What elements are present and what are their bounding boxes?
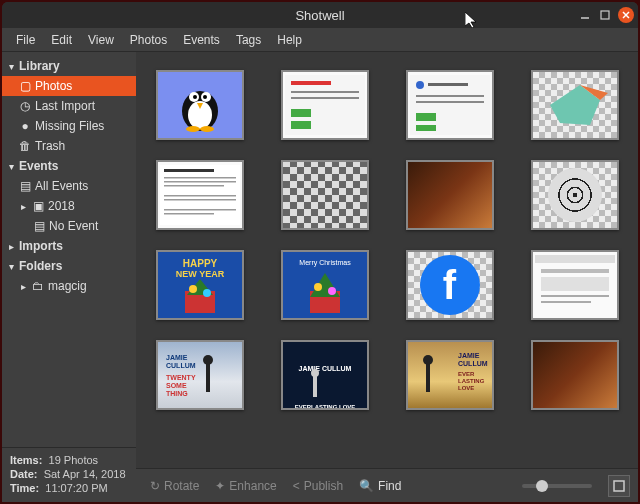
svg-rect-53 — [541, 301, 591, 303]
tree-photos[interactable]: ▢Photos — [2, 76, 136, 96]
tree-no-event[interactable]: ▤No Event — [2, 216, 136, 236]
rotate-button[interactable]: ↻Rotate — [144, 476, 205, 496]
menu-view[interactable]: View — [80, 30, 122, 50]
search-icon: 🔍 — [359, 479, 374, 493]
svg-point-63 — [311, 369, 319, 377]
close-button[interactable] — [618, 7, 634, 23]
thumbnail[interactable] — [531, 250, 619, 320]
thumbnail[interactable]: Merry Christmas — [281, 250, 369, 320]
tree-all-events[interactable]: ▤All Events — [2, 176, 136, 196]
enhance-button[interactable]: ✦Enhance — [209, 476, 282, 496]
svg-rect-62 — [313, 375, 317, 397]
thumbnail[interactable] — [156, 70, 244, 140]
menu-tags[interactable]: Tags — [228, 30, 269, 50]
svg-rect-32 — [164, 185, 224, 187]
chevron-down-icon: ▾ — [6, 61, 16, 72]
menu-file[interactable]: File — [8, 30, 43, 50]
svg-rect-30 — [164, 177, 236, 179]
chevron-right-icon: ▸ — [6, 241, 16, 252]
thumbnail[interactable]: JAMIECULLUMEVERLASTINGLOVE — [406, 340, 494, 410]
tree-trash[interactable]: 🗑Trash — [2, 136, 136, 156]
menu-edit[interactable]: Edit — [43, 30, 80, 50]
svg-point-9 — [203, 95, 207, 99]
svg-rect-15 — [291, 91, 359, 93]
thumbnail[interactable] — [531, 160, 619, 230]
thumbnail[interactable] — [281, 70, 369, 140]
photos-icon: ▢ — [18, 79, 32, 93]
window-title: Shotwell — [2, 8, 638, 23]
svg-text:CULLUM: CULLUM — [166, 362, 196, 369]
minimize-button[interactable] — [578, 8, 592, 22]
svg-text:NEW YEAR: NEW YEAR — [175, 269, 224, 279]
folder-icon: 🗀 — [31, 279, 45, 293]
time-label: Time: — [10, 482, 39, 494]
svg-text:LASTING: LASTING — [458, 378, 485, 384]
thumbnail[interactable]: JAMIECULLUMTWENTYSOMETHING — [156, 340, 244, 410]
tree-library[interactable]: ▾Library — [2, 56, 136, 76]
publish-button[interactable]: <Publish — [287, 476, 349, 496]
svg-rect-59 — [206, 362, 210, 392]
calendar-icon: ▤ — [18, 179, 32, 193]
titlebar: Shotwell — [2, 2, 638, 28]
chevron-down-icon: ▾ — [6, 261, 16, 272]
items-label: Items: — [10, 454, 42, 466]
svg-rect-29 — [164, 169, 214, 172]
thumbnail[interactable] — [531, 70, 619, 140]
menubar: File Edit View Photos Events Tags Help — [2, 28, 638, 52]
menu-events[interactable]: Events — [175, 30, 228, 50]
clock-icon: ◷ — [18, 99, 32, 113]
tree-magcig[interactable]: ▸🗀magcig — [2, 276, 136, 296]
svg-rect-1 — [601, 11, 609, 19]
find-button[interactable]: 🔍Find — [353, 476, 407, 496]
svg-rect-72 — [614, 481, 624, 491]
thumbnail[interactable] — [406, 70, 494, 140]
zoom-knob[interactable] — [536, 480, 548, 492]
date-value: Sat Apr 14, 2018 — [44, 468, 126, 480]
photo-grid: HAPPYNEW YEAR Merry Christmas f JAMIECUL… — [146, 70, 628, 410]
thumbnail[interactable]: JAMIE CULLUMEVERLASTING LOVE — [281, 340, 369, 410]
tree: ▾Library ▢Photos ◷Last Import ●Missing F… — [2, 52, 136, 447]
svg-rect-23 — [416, 101, 484, 103]
time-value: 11:07:20 PM — [45, 482, 107, 494]
thumbnail[interactable] — [156, 160, 244, 230]
svg-point-47 — [328, 287, 336, 295]
thumbnail[interactable] — [281, 160, 369, 230]
fullscreen-button[interactable] — [608, 475, 630, 497]
svg-text:JAMIE: JAMIE — [166, 354, 188, 361]
rotate-icon: ↻ — [150, 479, 160, 493]
svg-text:THING: THING — [166, 390, 188, 397]
photo-grid-scroll[interactable]: HAPPYNEW YEAR Merry Christmas f JAMIECUL… — [136, 52, 638, 468]
thumbnail[interactable] — [531, 340, 619, 410]
tree-last-import[interactable]: ◷Last Import — [2, 96, 136, 116]
menu-photos[interactable]: Photos — [122, 30, 175, 50]
menu-help[interactable]: Help — [269, 30, 310, 50]
svg-point-41 — [189, 285, 197, 293]
thumbnail[interactable]: f — [406, 250, 494, 320]
svg-rect-50 — [541, 269, 609, 273]
maximize-button[interactable] — [598, 8, 612, 22]
tree-missing[interactable]: ●Missing Files — [2, 116, 136, 136]
svg-rect-22 — [416, 95, 484, 97]
svg-text:JAMIE: JAMIE — [458, 352, 480, 359]
svg-rect-33 — [164, 195, 236, 197]
thumbnail[interactable]: HAPPYNEW YEAR — [156, 250, 244, 320]
svg-marker-45 — [310, 273, 340, 297]
svg-rect-31 — [164, 181, 236, 183]
status-panel: Items: 19 Photos Date: Sat Apr 14, 2018 … — [2, 447, 136, 502]
svg-point-71 — [423, 355, 433, 365]
thumbnail[interactable] — [406, 160, 494, 230]
items-value: 19 Photos — [49, 454, 99, 466]
tree-2018[interactable]: ▸▣2018 — [2, 196, 136, 216]
chevron-right-icon: ▸ — [18, 281, 28, 292]
tree-folders[interactable]: ▾Folders — [2, 256, 136, 276]
trash-icon: 🗑 — [18, 139, 32, 153]
enhance-icon: ✦ — [215, 479, 225, 493]
chevron-down-icon: ▾ — [6, 161, 16, 172]
svg-rect-21 — [428, 83, 468, 86]
tree-imports[interactable]: ▸Imports — [2, 236, 136, 256]
zoom-slider[interactable] — [522, 484, 592, 488]
tree-events[interactable]: ▾Events — [2, 156, 136, 176]
calendar-icon: ▤ — [32, 219, 46, 233]
svg-rect-25 — [416, 125, 436, 131]
svg-text:Merry Christmas: Merry Christmas — [299, 259, 351, 267]
